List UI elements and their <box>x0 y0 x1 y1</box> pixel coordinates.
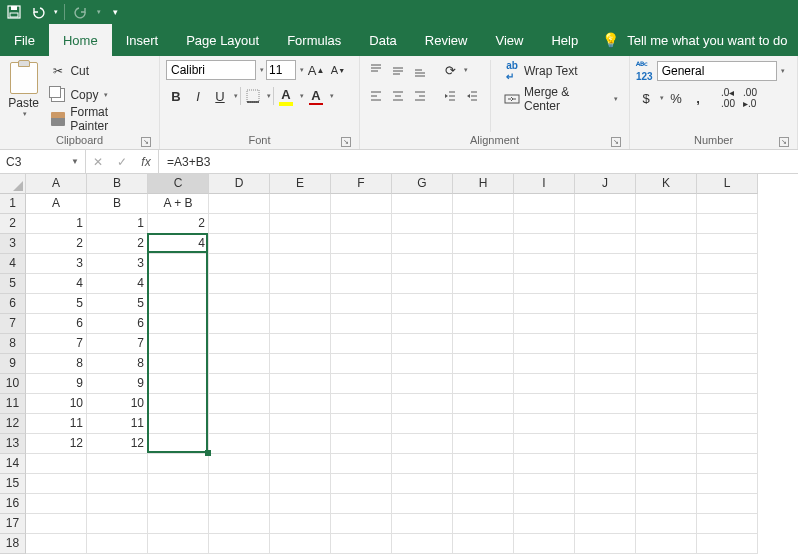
column-header-F[interactable]: F <box>331 174 392 194</box>
cell-E11[interactable] <box>270 394 331 414</box>
cell-J12[interactable] <box>575 414 636 434</box>
row-header-3[interactable]: 3 <box>0 234 26 254</box>
cell-I7[interactable] <box>514 314 575 334</box>
increase-font-icon[interactable]: A▲ <box>306 60 326 80</box>
tab-insert[interactable]: Insert <box>112 24 173 56</box>
align-left-icon[interactable] <box>366 86 386 106</box>
cell-D17[interactable] <box>209 514 270 534</box>
fill-color-icon[interactable]: A <box>276 86 296 106</box>
column-header-K[interactable]: K <box>636 174 697 194</box>
cell-E2[interactable] <box>270 214 331 234</box>
cell-B4[interactable]: 3 <box>87 254 148 274</box>
cell-E18[interactable] <box>270 534 331 554</box>
column-header-E[interactable]: E <box>270 174 331 194</box>
cell-C13[interactable] <box>148 434 209 454</box>
column-header-G[interactable]: G <box>392 174 453 194</box>
cell-D12[interactable] <box>209 414 270 434</box>
cell-F12[interactable] <box>331 414 392 434</box>
cell-L9[interactable] <box>697 354 758 374</box>
chevron-down-icon[interactable]: ▾ <box>267 92 271 100</box>
cell-H14[interactable] <box>453 454 514 474</box>
cell-C8[interactable] <box>148 334 209 354</box>
cell-K9[interactable] <box>636 354 697 374</box>
cell-A4[interactable]: 3 <box>26 254 87 274</box>
cell-I14[interactable] <box>514 454 575 474</box>
column-header-A[interactable]: A <box>26 174 87 194</box>
cell-H6[interactable] <box>453 294 514 314</box>
cell-G17[interactable] <box>392 514 453 534</box>
cell-B8[interactable]: 7 <box>87 334 148 354</box>
column-header-B[interactable]: B <box>87 174 148 194</box>
cell-A16[interactable] <box>26 494 87 514</box>
cell-K15[interactable] <box>636 474 697 494</box>
tab-page-layout[interactable]: Page Layout <box>172 24 273 56</box>
cell-K8[interactable] <box>636 334 697 354</box>
cell-E17[interactable] <box>270 514 331 534</box>
cell-I10[interactable] <box>514 374 575 394</box>
cell-L14[interactable] <box>697 454 758 474</box>
cell-C11[interactable] <box>148 394 209 414</box>
cell-H4[interactable] <box>453 254 514 274</box>
decrease-font-icon[interactable]: A▼ <box>328 60 348 80</box>
chevron-down-icon[interactable]: ▾ <box>464 66 468 74</box>
cell-C5[interactable] <box>148 274 209 294</box>
cell-J16[interactable] <box>575 494 636 514</box>
cell-C1[interactable]: A + B <box>148 194 209 214</box>
row-header-6[interactable]: 6 <box>0 294 26 314</box>
cell-C15[interactable] <box>148 474 209 494</box>
row-header-2[interactable]: 2 <box>0 214 26 234</box>
tab-review[interactable]: Review <box>411 24 482 56</box>
cell-G4[interactable] <box>392 254 453 274</box>
cell-A9[interactable]: 8 <box>26 354 87 374</box>
cell-C9[interactable] <box>148 354 209 374</box>
cell-B9[interactable]: 8 <box>87 354 148 374</box>
cell-C7[interactable] <box>148 314 209 334</box>
cell-B5[interactable]: 4 <box>87 274 148 294</box>
tell-me[interactable]: 💡 Tell me what you want to do <box>592 24 797 56</box>
tab-home[interactable]: Home <box>49 24 112 56</box>
cell-C3[interactable]: 4 <box>148 234 209 254</box>
cell-G18[interactable] <box>392 534 453 554</box>
cell-A3[interactable]: 2 <box>26 234 87 254</box>
format-painter-button[interactable]: Format Painter <box>45 108 153 130</box>
tab-formulas[interactable]: Formulas <box>273 24 355 56</box>
cell-E1[interactable] <box>270 194 331 214</box>
cell-J7[interactable] <box>575 314 636 334</box>
cell-J4[interactable] <box>575 254 636 274</box>
number-format-select[interactable] <box>657 61 777 81</box>
cell-G7[interactable] <box>392 314 453 334</box>
cell-J6[interactable] <box>575 294 636 314</box>
cell-L15[interactable] <box>697 474 758 494</box>
cell-H5[interactable] <box>453 274 514 294</box>
cell-G13[interactable] <box>392 434 453 454</box>
paste-button[interactable]: Paste ▾ <box>6 60 41 132</box>
comma-format-icon[interactable]: , <box>688 88 708 108</box>
select-all-corner[interactable] <box>0 174 26 194</box>
cell-D13[interactable] <box>209 434 270 454</box>
cell-E10[interactable] <box>270 374 331 394</box>
cell-G3[interactable] <box>392 234 453 254</box>
cell-B13[interactable]: 12 <box>87 434 148 454</box>
dialog-launcher-icon[interactable]: ↘ <box>611 137 621 147</box>
cell-I12[interactable] <box>514 414 575 434</box>
cell-E8[interactable] <box>270 334 331 354</box>
font-size-input[interactable] <box>266 60 296 80</box>
cell-K10[interactable] <box>636 374 697 394</box>
cell-A12[interactable]: 11 <box>26 414 87 434</box>
cell-F2[interactable] <box>331 214 392 234</box>
cell-B1[interactable]: B <box>87 194 148 214</box>
cell-A5[interactable]: 4 <box>26 274 87 294</box>
cell-G8[interactable] <box>392 334 453 354</box>
cut-button[interactable]: ✂ Cut <box>45 60 153 82</box>
cell-J18[interactable] <box>575 534 636 554</box>
cell-D9[interactable] <box>209 354 270 374</box>
align-center-icon[interactable] <box>388 86 408 106</box>
cell-E12[interactable] <box>270 414 331 434</box>
cell-I1[interactable] <box>514 194 575 214</box>
cell-H3[interactable] <box>453 234 514 254</box>
cell-I4[interactable] <box>514 254 575 274</box>
row-header-10[interactable]: 10 <box>0 374 26 394</box>
cell-K12[interactable] <box>636 414 697 434</box>
cell-J10[interactable] <box>575 374 636 394</box>
enter-formula-icon[interactable]: ✓ <box>110 155 134 169</box>
